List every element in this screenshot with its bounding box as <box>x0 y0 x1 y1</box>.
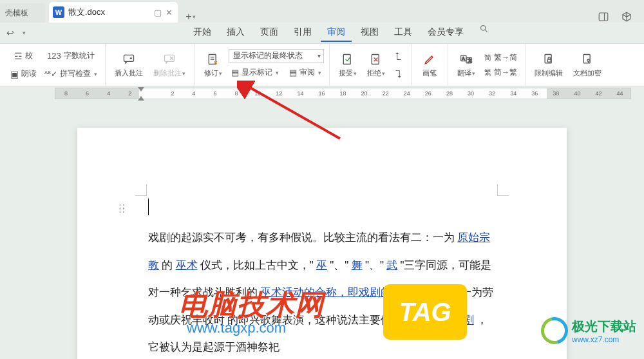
watermark-url: www.tagxp.com <box>187 320 286 336</box>
track-changes-button[interactable]: 修订▾ <box>200 51 226 79</box>
accept-button[interactable]: 接受▾ <box>335 51 361 79</box>
search-icon[interactable] <box>479 24 489 42</box>
svg-rect-0 <box>599 13 608 21</box>
menu-reference[interactable]: 引用 <box>287 24 318 42</box>
svg-rect-19 <box>583 54 590 63</box>
svg-rect-4 <box>124 55 134 61</box>
read-aloud-button[interactable]: ▣朗读 <box>8 66 39 82</box>
menu-review[interactable]: 审阅 <box>321 24 352 42</box>
tab-close-icon[interactable]: ✕ <box>166 8 173 17</box>
svg-text:A: A <box>462 55 465 60</box>
tab-window-icon[interactable]: ▢ <box>154 8 162 17</box>
ribbon-group-comments: 插入批注 删除批注▾ <box>106 44 195 86</box>
text-cursor <box>148 199 149 215</box>
file-name: 散文.docx <box>68 6 150 18</box>
tab-template[interactable]: 壳模板 <box>0 3 45 23</box>
tab-document[interactable]: W 散文.docx ▢ ✕ <box>49 2 178 23</box>
link-wu1[interactable]: 巫 <box>316 259 327 271</box>
link-wushu[interactable]: 巫术 <box>176 259 198 271</box>
watermark-tag-badge: TAG <box>383 284 467 340</box>
ribbon-group-track: 修订▾ 显示标记的最终状态 ▤显示标记▾ ▤审阅▾ <box>195 44 330 86</box>
spell-check-button[interactable]: ᴬᴮ✓拼写检查▾ <box>42 66 100 82</box>
reject-button[interactable]: 拒绝▾ <box>363 51 389 79</box>
ribbon-group-ink: 画笔 <box>412 44 448 86</box>
tab-add-button[interactable]: +▾ <box>178 11 204 23</box>
svg-rect-18 <box>547 59 551 62</box>
menu-tools[interactable]: 工具 <box>388 24 419 42</box>
svg-line-3 <box>485 30 487 32</box>
word-badge-icon: W <box>53 6 64 18</box>
menu-view[interactable]: 视图 <box>354 24 385 42</box>
svg-point-20 <box>587 59 589 61</box>
ribbon-toolbar: ☲校 ▣朗读 123字数统计 ᴬᴮ✓拼写检查▾ 插入批注 删除批注▾ 修订▾ 显… <box>0 43 644 86</box>
menu-start[interactable]: 开始 <box>187 24 218 42</box>
restrict-edit-button[interactable]: 限制编辑 <box>531 51 567 79</box>
simp-to-trad-button[interactable]: 繁简→繁 <box>482 66 520 79</box>
watermark-site2: 极光下载站 www.xz7.com <box>541 317 636 344</box>
markup-view-dropdown[interactable]: 显示标记的最终状态 <box>229 49 324 63</box>
ribbon-group-language: A文 翻译▾ 简繁→简 繁简→繁 <box>448 44 526 86</box>
menu-bar: ↩ ▾ 开始 插入 页面 引用 审阅 视图 工具 会员专享 <box>0 23 644 43</box>
prev-change-button[interactable]: ⮤ <box>392 48 406 64</box>
drag-handle-icon[interactable]: ∷∷ <box>119 205 123 213</box>
translate-button[interactable]: A文 翻译▾ <box>453 51 479 79</box>
ribbon-group-proof: ☲校 ▣朗读 123字数统计 ᴬᴮ✓拼写检查▾ <box>3 44 106 86</box>
review-pane-button[interactable]: ▤审阅▾ <box>287 64 324 81</box>
word-count-button[interactable]: 123字数统计 <box>42 48 100 64</box>
proofread-button[interactable]: ☲校 <box>8 48 39 64</box>
insert-comment-button[interactable]: 插入批注 <box>111 51 147 79</box>
panel-icon[interactable] <box>598 11 609 23</box>
svg-rect-7 <box>165 55 175 61</box>
menu-page[interactable]: 页面 <box>254 24 285 42</box>
margin-corner-icon <box>497 184 509 196</box>
page[interactable]: ∷∷ 戏剧的起源实不可考，有多种假说。比较主流的看法有二：一为 原始宗教 的 巫… <box>77 128 567 359</box>
menu-dropdown-icon[interactable]: ▾ <box>23 30 26 36</box>
link-wu2[interactable]: 舞 <box>352 259 363 271</box>
next-change-button[interactable]: ⮧ <box>392 66 406 82</box>
link-wu3[interactable]: 武 <box>386 259 397 271</box>
menu-insert[interactable]: 插入 <box>220 24 251 42</box>
cube-icon[interactable] <box>621 11 632 23</box>
svg-text:文: 文 <box>468 58 472 63</box>
encrypt-doc-button[interactable]: 文档加密 <box>569 51 605 79</box>
title-tab-strip: 壳模板 W 散文.docx ▢ ✕ +▾ <box>0 0 644 23</box>
svg-point-2 <box>480 26 486 31</box>
menu-member[interactable]: 会员专享 <box>421 24 470 42</box>
swirl-logo-icon <box>536 312 573 349</box>
svg-rect-11 <box>343 54 350 64</box>
show-markup-button[interactable]: ▤显示标记▾ <box>229 64 281 81</box>
horizontal-ruler[interactable]: 8642246810121416182022242628303234363840… <box>0 86 644 101</box>
history-back-icon[interactable]: ↩ <box>4 28 17 38</box>
delete-comment-button: 删除批注▾ <box>149 51 189 79</box>
ribbon-group-protect: 限制编辑 文档加密 <box>526 44 611 86</box>
pen-button[interactable]: 画笔 <box>417 51 442 79</box>
ribbon-group-changes: 接受▾ 拒绝▾ ⮤ ⮧ <box>330 44 412 86</box>
margin-corner-icon <box>135 184 147 196</box>
trad-to-simp-button[interactable]: 简繁→简 <box>482 51 520 64</box>
